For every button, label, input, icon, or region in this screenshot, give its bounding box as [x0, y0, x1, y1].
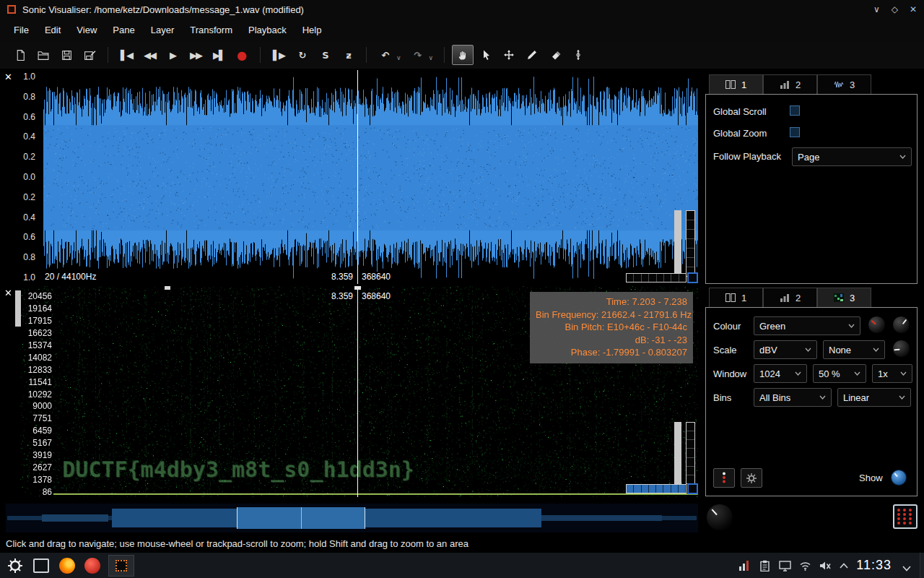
- follow-playback-select[interactable]: Page: [792, 147, 912, 166]
- rewind-button[interactable]: ◀◀: [139, 45, 160, 65]
- tab-layer-3-spectrogram[interactable]: 3: [817, 288, 871, 307]
- frequency-axis-label: 16623: [27, 329, 53, 338]
- new-session-button[interactable]: [9, 45, 31, 65]
- tray-network-button[interactable]: [798, 559, 811, 572]
- tab-label: 2: [796, 79, 801, 90]
- show-desktop-strip[interactable]: [920, 553, 924, 578]
- pane-drag-handle[interactable]: [165, 286, 170, 290]
- menu-file[interactable]: File: [6, 19, 37, 41]
- tray-display-button[interactable]: [778, 559, 791, 572]
- waveform-canvas[interactable]: [43, 70, 698, 284]
- colour-select[interactable]: Green: [754, 316, 860, 335]
- play-selection-button[interactable]: ▌▶: [268, 45, 289, 65]
- edit-tool-button[interactable]: [498, 45, 520, 65]
- navigate-tool-button[interactable]: [452, 45, 474, 65]
- window-size-select[interactable]: 1024: [754, 364, 807, 383]
- fast-forward-to-end-button[interactable]: ▶▌: [208, 45, 230, 65]
- chevron-down-icon: [899, 155, 906, 159]
- scale-select[interactable]: dBV: [754, 340, 817, 359]
- loop-playback-button[interactable]: ↻: [291, 45, 313, 65]
- menu-help[interactable]: Help: [295, 19, 330, 41]
- tray-clipboard-button[interactable]: [758, 559, 771, 572]
- solo-pane-button[interactable]: S: [314, 45, 336, 65]
- global-zoom-label: Global Zoom: [713, 128, 767, 139]
- playback-speed-knob[interactable]: [706, 504, 733, 531]
- normalization-select[interactable]: None: [823, 340, 885, 359]
- horizontal-zoom-wheel[interactable]: [626, 273, 687, 282]
- menu-view[interactable]: View: [69, 19, 105, 41]
- vertical-zoom-thumb[interactable]: [674, 210, 681, 277]
- red-app-button[interactable]: [83, 556, 102, 575]
- overlay-bin-pitch: Bin Pitch: E10+46c - F10-44c: [536, 321, 687, 334]
- overview-view-window[interactable]: [237, 507, 365, 529]
- taskbar-chevron-down-icon[interactable]: [902, 561, 911, 574]
- threshold-knob[interactable]: [892, 340, 910, 358]
- menu-edit[interactable]: Edit: [37, 19, 69, 41]
- minimize-icon[interactable]: ∨: [873, 5, 880, 14]
- undo-button[interactable]: ↶: [374, 45, 396, 65]
- window-size-value: 1024: [759, 368, 780, 379]
- overview-waveform[interactable]: [6, 504, 698, 532]
- erase-tool-button[interactable]: [544, 45, 566, 65]
- vertical-zoom-thumb[interactable]: [674, 422, 681, 484]
- tray-monitor-button[interactable]: [738, 559, 751, 572]
- oversampling-select[interactable]: 1x: [872, 364, 912, 383]
- draw-tool-button[interactable]: [521, 45, 543, 65]
- tab-pane-1[interactable]: 1: [709, 74, 763, 94]
- global-zoom-checkbox[interactable]: [790, 127, 800, 137]
- firefox-button[interactable]: [58, 556, 77, 575]
- align-button[interactable]: ƶ: [337, 45, 359, 65]
- close-icon[interactable]: ✕: [910, 5, 917, 14]
- redo-history-chevron-icon[interactable]: ∨: [429, 54, 434, 61]
- cursor-top-marker[interactable]: [354, 286, 361, 290]
- titlebar[interactable]: Sonic Visualiser: /home/ketz/Downloads/m…: [0, 0, 924, 19]
- select-tool-button[interactable]: [475, 45, 497, 65]
- sonic-visualiser-task-button[interactable]: [108, 555, 134, 577]
- colour-dots-button[interactable]: [713, 468, 735, 488]
- global-scroll-checkbox[interactable]: [790, 105, 800, 116]
- menu-layer[interactable]: Layer: [143, 19, 183, 41]
- waveform-pane[interactable]: ✕ 1.00.80.60.40.20.00.20.40.60.81.0 20 /…: [0, 70, 698, 284]
- undo-history-chevron-icon[interactable]: ∨: [396, 54, 401, 61]
- tab-layer-3[interactable]: 3: [817, 74, 871, 94]
- zoom-reset-button[interactable]: [687, 272, 698, 283]
- frequency-axis-label: 10292: [27, 390, 53, 400]
- bins-select[interactable]: All Bins: [754, 388, 832, 407]
- colour-rotation-knob[interactable]: [868, 316, 886, 334]
- spectrogram-pane[interactable]: ✕ 20456191641791516623153741408212833115…: [0, 286, 698, 497]
- vertical-zoom-wheel[interactable]: [686, 210, 695, 277]
- save-as-button[interactable]: [79, 45, 100, 65]
- menu-playback[interactable]: Playback: [240, 19, 295, 41]
- redo-button[interactable]: ↷: [406, 45, 428, 65]
- level-meter-button[interactable]: [893, 504, 918, 529]
- tab-pane-1[interactable]: 1: [709, 288, 763, 307]
- spectrogram-pane-close-icon[interactable]: ✕: [4, 288, 12, 298]
- show-dial[interactable]: [891, 470, 907, 486]
- menu-transform[interactable]: Transform: [182, 19, 240, 41]
- tab-layer-2[interactable]: 2: [763, 288, 817, 307]
- settings-button[interactable]: [741, 468, 762, 488]
- zoom-reset-button[interactable]: [687, 483, 698, 494]
- measure-tool-button[interactable]: [567, 45, 589, 65]
- window-overlap-select[interactable]: 50 %: [813, 364, 866, 383]
- open-button[interactable]: [32, 45, 54, 65]
- waveform-pane-close-icon[interactable]: ✕: [4, 72, 12, 82]
- horizontal-zoom-wheel[interactable]: [626, 484, 687, 493]
- rewind-to-start-button[interactable]: ▌◀: [116, 45, 137, 65]
- play-pause-button[interactable]: ▶: [162, 45, 183, 65]
- app-launcher-button[interactable]: [6, 556, 25, 575]
- taskbar-clock[interactable]: 11:33: [856, 558, 892, 573]
- menu-pane[interactable]: Pane: [105, 19, 142, 41]
- vertical-zoom-wheel[interactable]: [686, 422, 695, 484]
- save-button[interactable]: [56, 45, 77, 65]
- frequency-axis-label: 12833: [27, 366, 53, 375]
- file-manager-button[interactable]: [32, 556, 51, 575]
- maximize-icon[interactable]: ◇: [892, 5, 898, 14]
- tray-expand-button[interactable]: [837, 559, 850, 572]
- bins-scale-select[interactable]: Linear: [837, 388, 911, 407]
- record-button[interactable]: ●: [231, 45, 253, 65]
- fast-forward-button[interactable]: ▶▶: [185, 45, 206, 65]
- tab-layer-2[interactable]: 2: [763, 74, 817, 94]
- gain-knob[interactable]: [892, 316, 910, 334]
- tray-volume-button[interactable]: [819, 559, 832, 572]
